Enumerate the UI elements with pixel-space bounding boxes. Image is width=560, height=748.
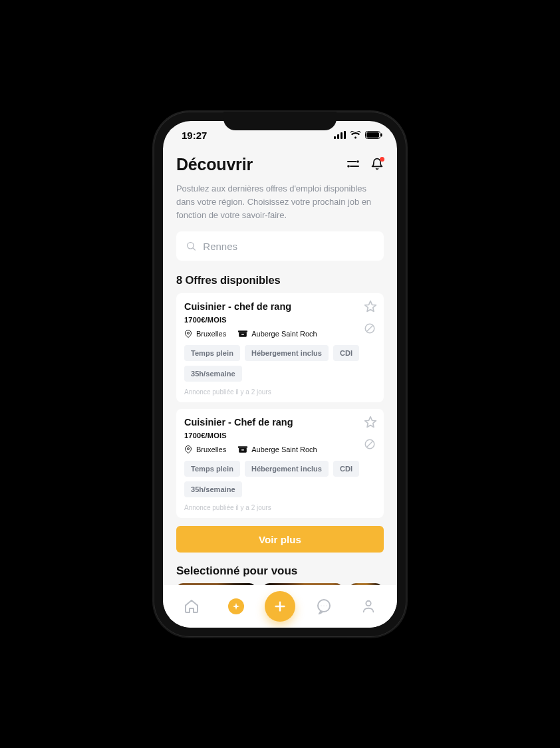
offer-card-actions	[364, 300, 377, 337]
tag: Hébergement inclus	[245, 461, 329, 477]
svg-point-10	[347, 165, 350, 168]
svg-line-15	[367, 326, 373, 332]
status-indicators	[334, 131, 382, 139]
dismiss-button[interactable]	[364, 322, 377, 337]
phone-frame: 19:27 Découvrir	[154, 112, 406, 637]
status-time: 19:27	[182, 130, 207, 141]
svg-rect-0	[334, 136, 336, 139]
offer-location: Bruxelles	[196, 445, 226, 453]
svg-rect-3	[344, 131, 346, 139]
offer-title: Cuisinier - Chef de rang	[184, 417, 376, 428]
offer-salary: 1700€/MOIS	[184, 432, 376, 439]
favorite-button[interactable]	[364, 300, 377, 316]
pin-icon	[184, 445, 192, 454]
favorite-button[interactable]	[364, 416, 377, 432]
user-icon	[361, 598, 376, 614]
phone-notch	[223, 112, 337, 130]
shop-icon	[238, 330, 247, 338]
cellular-icon	[334, 131, 346, 139]
block-icon	[364, 438, 376, 450]
offer-card[interactable]: Cuisinier - chef de rang 1700€/MOIS Brux…	[176, 293, 384, 402]
wifi-icon	[350, 131, 361, 139]
offer-published: Annonce publiée il y a 2 jours	[184, 388, 376, 396]
svg-rect-2	[341, 132, 343, 139]
block-icon	[364, 322, 376, 334]
offers-heading: 8 Offres disponibles	[176, 274, 384, 287]
header-actions	[347, 158, 384, 174]
offer-meta: Bruxelles Auberge Saint Roch	[184, 329, 376, 338]
tab-bar	[163, 585, 397, 627]
svg-rect-18	[238, 331, 247, 332]
tag: Temps plein	[184, 461, 240, 477]
svg-marker-20	[365, 417, 376, 428]
svg-line-12	[193, 248, 195, 250]
pin-icon	[184, 329, 192, 338]
svg-point-16	[188, 332, 190, 334]
offer-card-actions	[364, 416, 377, 453]
offer-meta: Bruxelles Auberge Saint Roch	[184, 445, 376, 454]
tab-home[interactable]	[176, 590, 208, 622]
compass-icon	[231, 602, 241, 611]
svg-rect-5	[366, 132, 379, 138]
device-screen: 19:27 Découvrir	[163, 121, 397, 628]
offer-venue: Auberge Saint Roch	[251, 330, 317, 338]
svg-line-22	[367, 441, 373, 447]
shop-icon	[238, 445, 247, 453]
chat-icon	[316, 598, 332, 614]
svg-rect-26	[241, 449, 244, 450]
tab-discover[interactable]	[220, 590, 252, 622]
tab-chat[interactable]	[308, 590, 340, 622]
page-title: Découvrir	[176, 155, 253, 174]
tag: CDI	[333, 345, 359, 361]
svg-point-8	[356, 160, 359, 163]
tag: 35h/semaine	[184, 366, 242, 382]
notifications-button[interactable]	[370, 158, 384, 174]
search-icon	[186, 240, 196, 252]
search-field[interactable]	[176, 231, 384, 261]
notification-dot	[380, 157, 384, 162]
tab-profile[interactable]	[352, 590, 384, 622]
sliders-icon	[347, 159, 360, 170]
offer-card[interactable]: Cuisinier - Chef de rang 1700€/MOIS Brux…	[176, 409, 384, 518]
see-more-button[interactable]: Voir plus	[176, 526, 384, 553]
star-icon	[364, 300, 377, 313]
filters-button[interactable]	[347, 159, 360, 172]
tab-add[interactable]	[265, 591, 295, 622]
offer-salary: 1700€/MOIS	[184, 316, 376, 324]
offer-location: Bruxelles	[196, 330, 226, 338]
svg-rect-25	[238, 447, 247, 448]
offer-venue: Auberge Saint Roch	[251, 445, 317, 453]
content-area: Découvrir Postulez aux dernières offres …	[163, 150, 397, 585]
search-input[interactable]	[203, 241, 374, 252]
offer-title: Cuisinier - chef de rang	[184, 301, 376, 312]
star-icon	[364, 416, 377, 429]
dismiss-button[interactable]	[364, 438, 377, 453]
tag: Hébergement inclus	[245, 345, 329, 361]
svg-marker-13	[365, 301, 376, 312]
tag: 35h/semaine	[184, 481, 242, 497]
svg-point-34	[366, 601, 370, 606]
compass-background	[228, 598, 244, 614]
home-icon	[184, 598, 200, 614]
page-subtitle: Postulez aux dernières offres d'emploi d…	[176, 182, 384, 222]
svg-rect-1	[337, 134, 339, 139]
svg-point-23	[188, 448, 190, 450]
tag: CDI	[333, 461, 359, 477]
offer-published: Annonce publiée il y a 2 jours	[184, 504, 376, 511]
selected-for-you-heading: Selectionné pour vous	[176, 564, 384, 578]
page-header: Découvrir	[176, 155, 384, 174]
offer-tags: Temps plein Hébergement inclus CDI 35h/s…	[184, 345, 376, 382]
svg-marker-27	[233, 603, 240, 610]
battery-icon	[365, 131, 382, 139]
svg-rect-19	[241, 334, 244, 334]
tag: Temps plein	[184, 345, 240, 361]
offer-tags: Temps plein Hébergement inclus CDI 35h/s…	[184, 461, 376, 497]
svg-rect-6	[381, 134, 382, 137]
plus-icon	[273, 599, 287, 614]
